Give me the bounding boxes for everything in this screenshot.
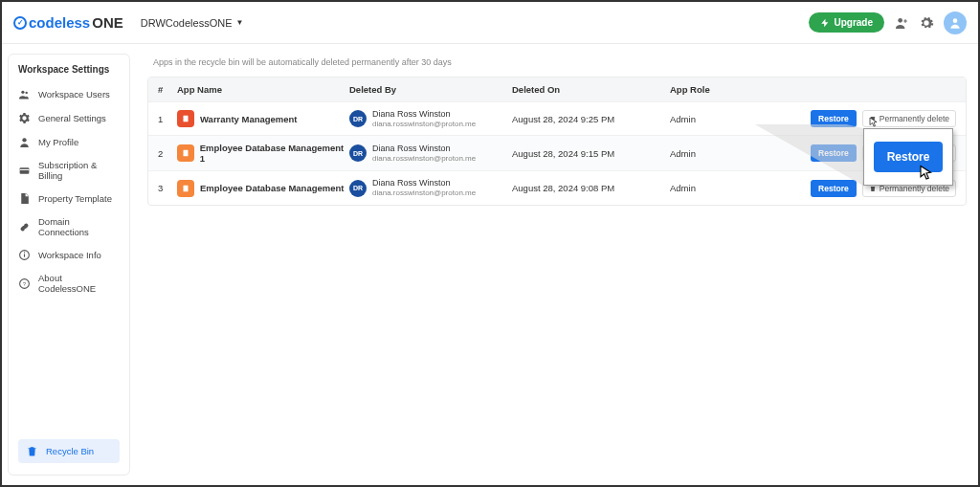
- sidebar-item-my-profile[interactable]: My Profile: [9, 130, 129, 154]
- sidebar-item-workspace-users[interactable]: Workspace Users: [9, 82, 129, 106]
- sidebar-item-workspace-info[interactable]: Workspace Info: [9, 243, 129, 267]
- perm-delete-label: Permanently delete: [880, 114, 949, 123]
- sidebar-label: Property Template: [38, 193, 112, 204]
- user-info: Diana Ross Winston diana.rosswinston@pro…: [372, 178, 476, 197]
- row-actions: Restore Permanently delete: [811, 110, 956, 127]
- user-email: diana.rosswinston@proton.me: [372, 120, 476, 129]
- svg-rect-12: [184, 116, 189, 122]
- svg-point-1: [953, 18, 958, 23]
- card-icon: [18, 165, 31, 177]
- svg-rect-14: [184, 185, 189, 191]
- sidebar-bottom: Recycle Bin: [9, 439, 129, 467]
- app-icon: [177, 180, 194, 197]
- row-actions: Restore Permanently delete: [811, 180, 956, 197]
- sidebar-item-property-template[interactable]: Property Template: [9, 187, 129, 210]
- sidebar: Workspace Settings Workspace Users Gener…: [2, 44, 136, 485]
- sidebar-label: Workspace Users: [38, 89, 110, 100]
- upgrade-button[interactable]: Upgrade: [809, 12, 884, 33]
- header-actions: Upgrade: [809, 11, 967, 34]
- logo-mark-icon: ✓: [13, 16, 27, 30]
- row-index: 2: [158, 148, 177, 159]
- app-cell[interactable]: Employee Database Management 1: [177, 143, 349, 164]
- sidebar-item-about[interactable]: ? About CodelessONE: [9, 267, 129, 299]
- app-cell[interactable]: Employee Database Management: [177, 180, 349, 197]
- gear-icon[interactable]: [919, 15, 934, 31]
- brand-logo[interactable]: ✓ codelessONE: [13, 14, 123, 31]
- sidebar-label: Domain Connections: [38, 216, 120, 237]
- svg-rect-6: [20, 168, 30, 169]
- col-app-name: App Name: [177, 84, 349, 95]
- trash-icon: [869, 185, 877, 192]
- svg-text:?: ?: [23, 280, 26, 286]
- svg-rect-13: [183, 150, 188, 157]
- sidebar-label: General Settings: [38, 113, 106, 123]
- app-layout: Workspace Settings Workspace Users Gener…: [2, 44, 978, 485]
- app-name: Employee Database Management: [200, 183, 344, 193]
- deleted-on: August 28, 2024 9:08 PM: [512, 183, 670, 193]
- app-cell[interactable]: Warranty Management: [177, 110, 349, 127]
- svg-point-0: [898, 18, 902, 23]
- svg-point-2: [21, 91, 24, 94]
- apps-table: # App Name Deleted By Deleted On App Rol…: [147, 77, 967, 206]
- workspace-selector[interactable]: DRWCodelessONE ▼: [141, 17, 244, 29]
- app-role: Admin: [670, 114, 766, 124]
- app-name: Warranty Management: [200, 114, 298, 124]
- permanently-delete-button[interactable]: Permanently delete: [862, 144, 956, 162]
- user-avatar[interactable]: [944, 11, 967, 34]
- row-index: 1: [158, 114, 177, 124]
- user-name: Diana Ross Winston: [372, 109, 476, 120]
- deleted-by-cell: DR Diana Ross Winston diana.rosswinston@…: [349, 109, 512, 128]
- sidebar-label: Recycle Bin: [46, 446, 94, 456]
- person-icon: [948, 16, 962, 30]
- permanently-delete-button[interactable]: Permanently delete: [862, 180, 956, 197]
- main-content: Apps in the recycle bin will be automati…: [136, 44, 978, 485]
- info-icon: [18, 249, 31, 261]
- about-icon: ?: [18, 277, 31, 290]
- user-avatar-badge: DR: [349, 180, 367, 197]
- table-row: 3 Employee Database Management DR Diana …: [148, 170, 966, 204]
- restore-button[interactable]: Restore: [811, 110, 857, 127]
- sidebar-item-general-settings[interactable]: General Settings: [9, 106, 129, 130]
- workspace-name: DRWCodelessONE: [141, 17, 233, 29]
- user-avatar-badge: DR: [349, 110, 367, 127]
- restore-button[interactable]: Restore: [811, 144, 857, 162]
- sidebar-item-recycle-bin[interactable]: Recycle Bin: [18, 439, 120, 463]
- cursor-icon: [868, 117, 880, 128]
- sidebar-item-domain-connections[interactable]: Domain Connections: [9, 210, 129, 243]
- thunder-icon: [820, 18, 830, 28]
- svg-point-3: [25, 92, 27, 94]
- col-app-role: App Role: [670, 84, 766, 95]
- document-icon: [18, 192, 31, 205]
- deleted-on: August 28, 2024 9:25 PM: [512, 114, 670, 124]
- deleted-by-cell: DR Diana Ross Winston diana.rosswinston@…: [349, 178, 512, 197]
- sidebar-label: Subscription & Billing: [38, 160, 120, 181]
- link-icon: [18, 221, 31, 233]
- deleted-by-cell: DR Diana Ross Winston diana.rosswinston@…: [349, 144, 512, 163]
- svg-rect-8: [24, 254, 25, 256]
- trash-icon: [869, 149, 877, 157]
- brand-text-suffix: ONE: [92, 14, 123, 31]
- sidebar-title: Workspace Settings: [9, 62, 129, 82]
- svg-rect-5: [20, 167, 30, 174]
- user-name: Diana Ross Winston: [372, 144, 476, 154]
- user-info: Diana Ross Winston diana.rosswinston@pro…: [372, 144, 476, 163]
- col-deleted-by: Deleted By: [349, 84, 512, 95]
- app-icon: [177, 144, 194, 162]
- brand-text-prefix: codeless: [29, 14, 90, 31]
- app-role: Admin: [670, 148, 766, 159]
- svg-point-4: [22, 138, 26, 142]
- col-idx: #: [158, 84, 177, 95]
- perm-delete-label: Permanently delete: [880, 184, 949, 193]
- user-avatar-badge: DR: [349, 144, 367, 162]
- add-user-icon[interactable]: [894, 15, 909, 31]
- sidebar-label: My Profile: [38, 137, 78, 147]
- sidebar-item-subscription[interactable]: Subscription & Billing: [9, 154, 129, 187]
- app-name: Employee Database Management 1: [200, 143, 349, 164]
- user-email: diana.rosswinston@proton.me: [372, 188, 476, 198]
- user-info: Diana Ross Winston diana.rosswinston@pro…: [372, 109, 476, 128]
- restore-button[interactable]: Restore: [811, 180, 857, 197]
- person-icon: [18, 136, 31, 148]
- user-name: Diana Ross Winston: [372, 178, 476, 188]
- sidebar-label: Workspace Info: [38, 250, 101, 260]
- sidebar-label: About CodelessONE: [38, 273, 120, 294]
